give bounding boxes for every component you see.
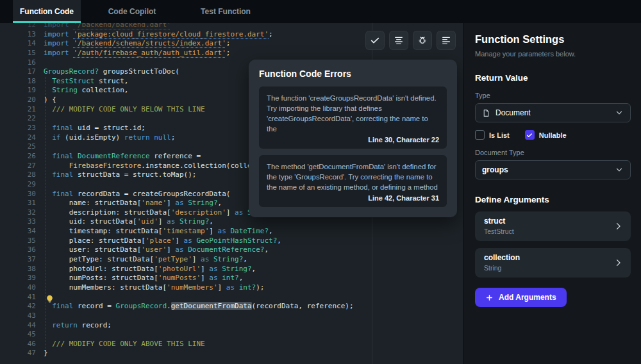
error-location: Line 42, Character 31 [267,194,439,202]
code-line-39[interactable]: 39 numPosts: structData['numPosts'] as i… [0,274,463,283]
debug-button[interactable] [413,31,432,50]
error-location: Line 30, Character 22 [267,136,439,144]
code-text: TestStruct struct, [36,77,128,87]
quick-fix-lightbulb-icon[interactable] [45,294,54,304]
return-type-dropdown[interactable]: Document [475,103,631,122]
panel-subtitle: Manage your parameters below. [475,50,631,58]
code-line-45[interactable]: 45 [0,330,463,340]
code-text: import '/backend/backend.dart' [36,23,171,30]
plus-icon [485,294,494,302]
code-text: uid: structData['uid'] as String?, [36,217,213,227]
code-line-35[interactable]: 35 place: structData['place'] as GeoPoin… [0,236,463,246]
code-text: name: structData['name'] as String?, [36,199,222,208]
code-line-36[interactable]: 36 user: structData['user'] as DocumentR… [0,245,463,255]
return-value-heading: Return Value [475,73,631,83]
code-line-12[interactable]: 12import '/backend/backend.dart' [0,23,463,30]
line-number: 26 [0,152,36,161]
tab-code-copilot[interactable]: Code Copilot [90,0,174,23]
code-text: final uid = struct.id; [36,124,146,133]
line-number: 45 [0,330,36,340]
error-card[interactable]: The function 'createGroupsRecordData' is… [259,87,447,149]
format-align-button[interactable] [389,31,408,50]
code-text: if (uid.isEmpty) return null; [36,133,175,143]
line-number: 18 [0,77,36,87]
code-text: import '/auth/firebase_auth/auth_util.da… [36,49,230,58]
return-flags-row: Is List Nullable [475,130,631,140]
line-number: 13 [0,30,36,40]
code-text [36,311,44,321]
line-number: 24 [0,133,36,143]
tab-function-code[interactable]: Function Code [13,0,81,23]
define-arguments-heading: Define Arguments [475,195,631,204]
add-arguments-button[interactable]: Add Arguments [475,288,567,307]
code-line-46[interactable]: 46 /// MODIFY CODE ONLY ABOVE THIS LINE [0,340,463,349]
code-text: final recordData = createGroupsRecordDat… [36,190,230,199]
code-text: numPosts: structData['numPosts'] as int?… [36,274,243,283]
line-number: 23 [0,124,36,133]
line-number: 38 [0,265,36,274]
code-text: description: structData['description'] a… [36,208,281,218]
error-message: The function 'createGroupsRecordData' is… [267,93,439,134]
chevron-right-icon [613,258,623,268]
align-center-icon [394,35,404,46]
format-lines-icon [441,35,451,46]
document-icon [482,109,490,117]
code-text: numMembers: structData['numMembers'] as … [36,283,264,293]
code-text: petType: structData['petType'] as String… [36,255,247,265]
code-line-34[interactable]: 34 timestamp: structData['timestamp'] as… [0,227,463,236]
argument-card-struct[interactable]: structTestStruct [475,211,631,241]
line-number: 37 [0,255,36,265]
code-line-41[interactable]: 41 [0,293,463,302]
code-line-44[interactable]: 44 return record; [0,321,463,331]
error-card[interactable]: The method 'getDocumentFromData' isn't d… [259,155,447,207]
panel-title: Function Settings [475,33,631,46]
argument-name: struct [484,217,622,226]
code-line-37[interactable]: 37 petType: structData['petType'] as Str… [0,255,463,265]
code-text: user: structData['user'] as DocumentRefe… [36,245,269,255]
argument-card-collection[interactable]: collectionString [475,248,631,277]
code-text: final DocumentReference reference = [36,152,201,161]
arguments-list: structTestStructcollectionString [475,211,631,277]
line-number: 25 [0,142,36,152]
code-text: import 'package:cloud_firestore/cloud_fi… [36,30,273,40]
code-text [36,114,44,124]
line-number: 17 [0,67,36,77]
function-settings-panel: Function Settings Manage your parameters… [463,23,641,364]
chevron-down-icon [615,165,624,174]
line-number: 16 [0,58,36,68]
is-list-checkbox[interactable] [475,130,485,140]
type-label: Type [475,92,631,99]
line-number: 29 [0,180,36,190]
tab-test-function[interactable]: Test Function [183,0,268,23]
code-text: final record = GroupsRecord.getDocumentF… [36,302,354,311]
line-number: 15 [0,49,36,58]
error-message: The method 'getDocumentFromData' isn't d… [267,161,439,192]
line-number: 12 [0,23,36,30]
code-line-33[interactable]: 33 uid: structData['uid'] as String?, [0,217,463,227]
indent-guide [46,77,46,349]
document-type-dropdown[interactable]: groups [475,160,631,179]
nullable-checkbox[interactable] [525,130,535,140]
code-text: timestamp: structData['timestamp'] as Da… [36,227,273,236]
code-text: String collection, [36,86,128,95]
format-lines-button[interactable] [437,31,456,50]
line-number: 36 [0,245,36,255]
code-line-15[interactable]: 15import '/auth/firebase_auth/auth_util.… [0,49,463,58]
code-text: return record; [36,321,112,331]
code-text [36,293,44,302]
add-arguments-label: Add Arguments [499,293,556,302]
code-line-47[interactable]: 47} [0,349,463,358]
code-line-43[interactable]: 43 [0,311,463,321]
function-code-errors-panel: Function Code Errors The function 'creat… [249,60,457,217]
confirm-code-button[interactable] [365,31,385,50]
code-line-38[interactable]: 38 photoUrl: structData['photoUrl'] as S… [0,265,463,274]
code-text: GroupsRecord? groupsStructToDoc( [36,67,179,77]
argument-type: String [484,264,622,272]
code-text: } [36,349,48,358]
line-number: 21 [0,105,36,115]
code-line-42[interactable]: 42 final record = GroupsRecord.getDocume… [0,302,463,311]
line-number: 34 [0,227,36,236]
line-number: 44 [0,321,36,331]
error-panel-title: Function Code Errors [259,69,447,79]
code-line-40[interactable]: 40 numMembers: structData['numMembers'] … [0,283,463,293]
